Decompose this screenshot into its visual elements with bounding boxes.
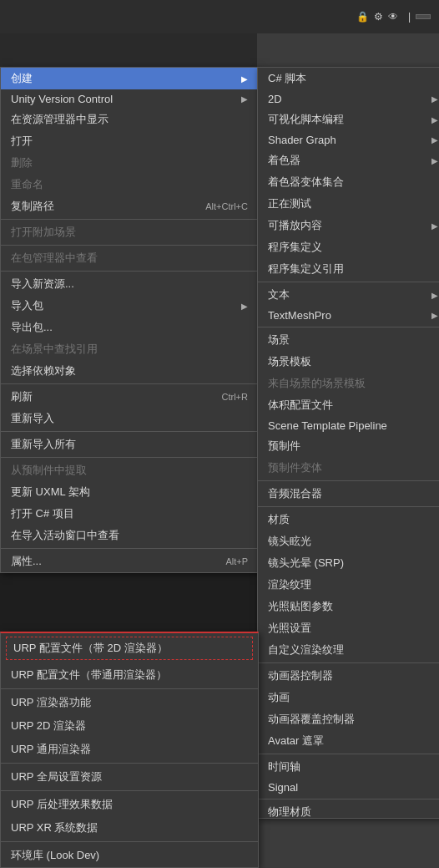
submenu-item-shader[interactable]: 着色器▶	[258, 150, 439, 171]
bottom-item-look-dev[interactable]: 环境库 (Look Dev)	[1, 844, 258, 867]
submenu-label-text: 文本	[268, 287, 290, 302]
bottom-divider-6	[1, 763, 258, 764]
submenu-arrow-text: ▶	[431, 291, 438, 300]
menu-item-label-open: 打开	[11, 134, 33, 149]
submenu-item-lighting-settings[interactable]: 光照设置	[258, 617, 439, 639]
bottom-item-urp-post-processing[interactable]: URP 后处理效果数据	[1, 793, 258, 816]
menu-item-properties[interactable]: 属性...Alt+P	[1, 551, 258, 572]
menu-arrow-unity-vc: ▶	[241, 94, 248, 104]
menu-item-label-extract-from-prefab: 从预制件中提取	[11, 463, 87, 478]
submenu-item-csharp-script[interactable]: C# 脚本	[258, 68, 439, 89]
submenu-label-render-texture: 渲染纹理	[268, 577, 311, 592]
bottom-label-urp-config-universal: URP 配置文件（带通用渲染器）	[11, 667, 167, 683]
menu-item-unity-vc[interactable]: Unity Version Control▶	[1, 89, 258, 109]
left-menu-items: 创建▶Unity Version Control▶在资源管理器中显示打开删除重命…	[1, 68, 258, 572]
submenu-item-scene-template[interactable]: 场景模板	[258, 351, 439, 373]
submenu-item-testing[interactable]: 正在测试	[258, 193, 439, 215]
submenu-divider-36	[258, 754, 439, 754]
submenu-item-signal[interactable]: Signal	[258, 778, 439, 797]
submenu-label-assembly-def-ref: 程序集定义引用	[268, 261, 344, 277]
submenu-item-lightmap-params[interactable]: 光照贴图参数	[258, 596, 439, 617]
submenu-item-textmeshpro[interactable]: TextMeshPro▶	[258, 306, 439, 325]
submenu-item-visual-scripting[interactable]: 可视化脚本编程▶	[258, 109, 439, 130]
submenu-item-avatar-mask[interactable]: Avatar 遮罩	[258, 730, 439, 752]
submenu-label-shader-graph: Shader Graph	[268, 134, 336, 146]
menu-item-label-import-new: 导入新资源...	[11, 277, 74, 292]
submenu-item-lens-flare[interactable]: 镜头眩光	[258, 530, 439, 552]
submenu-label-avatar-mask: Avatar 遮罩	[268, 733, 324, 749]
menu-item-show-in-explorer[interactable]: 在资源管理器中显示	[1, 109, 258, 130]
menu-item-copy-path[interactable]: 复制路径Alt+Ctrl+C	[1, 195, 258, 217]
bottom-item-urp-config-2d[interactable]: URP 配置文件（带 2D 渲染器）	[6, 637, 253, 660]
right-submenu-items: C# 脚本2D▶可视化脚本编程▶Shader Graph▶着色器▶着色器变体集合…	[258, 68, 439, 819]
submenu-item-audio-mixer[interactable]: 音频混合器	[258, 483, 439, 505]
menu-item-export-pkg[interactable]: 导出包...	[1, 317, 258, 338]
bottom-label-urp-2d-renderer: URP 2D 渲染器	[11, 718, 86, 733]
separator: |	[408, 11, 411, 23]
bottom-item-urp-config-universal[interactable]: URP 配置文件（带通用渲染器）	[1, 663, 258, 687]
menu-item-open-csharp[interactable]: 打开 C# 项目	[1, 503, 258, 525]
menu-item-reimport[interactable]: 重新导入	[1, 408, 258, 429]
menu-item-label-select-deps: 选择依赖对象	[11, 363, 76, 378]
submenu-item-scene-template-pipeline[interactable]: Scene Template Pipeline	[258, 416, 439, 435]
submenu-item-assembly-def[interactable]: 程序集定义	[258, 236, 439, 258]
submenu-item-text[interactable]: 文本▶	[258, 284, 439, 306]
menu-item-view-in-import[interactable]: 在导入活动窗口中查看	[1, 525, 258, 546]
submenu-arrow-shader: ▶	[431, 156, 438, 165]
submenu-label-lighting-settings: 光照设置	[268, 621, 311, 636]
menu-item-reimport-all[interactable]: 重新导入所有	[1, 434, 258, 455]
menu-item-label-export-pkg: 导出包...	[11, 320, 53, 335]
menu-item-label-view-in-pkg: 在包管理器中查看	[11, 251, 98, 266]
submenu-item-prefab[interactable]: 预制件	[258, 435, 439, 457]
submenu-item-assembly-def-ref[interactable]: 程序集定义引用	[258, 258, 439, 280]
menu-divider-7	[1, 219, 258, 220]
menu-item-refresh[interactable]: 刷新Ctrl+R	[1, 386, 258, 408]
menu-item-import-pkg[interactable]: 导入包▶	[1, 295, 258, 317]
submenu-item-material[interactable]: 材质	[258, 509, 439, 530]
submenu-item-render-texture[interactable]: 渲染纹理	[258, 574, 439, 596]
submenu-item-custom-render-texture[interactable]: 自定义渲染纹理	[258, 639, 439, 661]
right-submenu: C# 脚本2D▶可视化脚本编程▶Shader Graph▶着色器▶着色器变体集合…	[257, 67, 439, 819]
submenu-label-scene-template-from: 来自场景的场景模板	[268, 376, 366, 391]
submenu-label-lightmap-params: 光照贴图参数	[268, 599, 333, 614]
menu-item-label-update-uxml: 更新 UXML 架构	[11, 485, 90, 500]
submenu-item-volume-profile[interactable]: 体积配置文件	[258, 394, 439, 416]
menu-item-find-refs: 在场景中查找引用	[1, 338, 258, 360]
submenu-item-animation[interactable]: 动画	[258, 687, 439, 708]
menu-item-label-create: 创建	[11, 71, 33, 86]
submenu-item-playable-content[interactable]: 可播放内容▶	[258, 215, 439, 236]
menu-item-open[interactable]: 打开	[1, 130, 258, 152]
settings-icon: ⚙	[374, 11, 383, 23]
submenu-item-timeline[interactable]: 时间轴	[258, 756, 439, 778]
bottom-item-urp-xr[interactable]: URP XR 系统数据	[1, 816, 258, 840]
menu-item-create[interactable]: 创建▶	[1, 68, 258, 89]
submenu-label-timeline: 时间轴	[268, 759, 300, 774]
submenu-divider-39	[258, 799, 439, 799]
submenu-item-2d[interactable]: 2D▶	[258, 89, 439, 109]
menu-item-update-uxml[interactable]: 更新 UXML 架构	[1, 481, 258, 503]
submenu-item-animator-controller[interactable]: 动画器控制器	[258, 665, 439, 687]
submenu-item-physics-material[interactable]: 物理材质	[258, 801, 439, 819]
menu-item-label-import-pkg: 导入包	[11, 298, 43, 313]
inspector-button[interactable]	[416, 14, 431, 19]
bottom-item-urp-universal-renderer[interactable]: URP 通用渲染器	[1, 738, 258, 761]
bottom-item-urp-renderer-forward[interactable]: URP 渲染器功能	[1, 691, 258, 714]
menu-item-label-open-additive: 打开附加场景	[11, 225, 76, 240]
menu-item-import-new[interactable]: 导入新资源...	[1, 273, 258, 295]
submenu-item-shader-variant[interactable]: 着色器变体集合	[258, 171, 439, 193]
bottom-label-look-dev: 环境库 (Look Dev)	[11, 848, 99, 863]
submenu-item-shader-graph[interactable]: Shader Graph▶	[258, 130, 439, 150]
submenu-item-prefab-variant: 预制件变体	[258, 457, 439, 479]
submenu-label-textmeshpro: TextMeshPro	[268, 309, 331, 322]
submenu-label-shader-variant: 着色器变体集合	[268, 175, 344, 190]
submenu-label-signal: Signal	[268, 781, 298, 794]
submenu-item-lens-flare-srp[interactable]: 镜头光晕 (SRP)	[258, 552, 439, 574]
submenu-item-scene[interactable]: 场景	[258, 329, 439, 351]
submenu-item-animator-override[interactable]: 动画器覆盖控制器	[258, 708, 439, 730]
submenu-label-scene-template: 场景模板	[268, 354, 311, 369]
bottom-item-urp-global-settings[interactable]: URP 全局设置资源	[1, 765, 258, 789]
menu-divider-27	[1, 548, 258, 549]
menu-item-select-deps[interactable]: 选择依赖对象	[1, 360, 258, 382]
menu-arrow-create: ▶	[241, 74, 248, 84]
bottom-item-urp-2d-renderer[interactable]: URP 2D 渲染器	[1, 714, 258, 738]
